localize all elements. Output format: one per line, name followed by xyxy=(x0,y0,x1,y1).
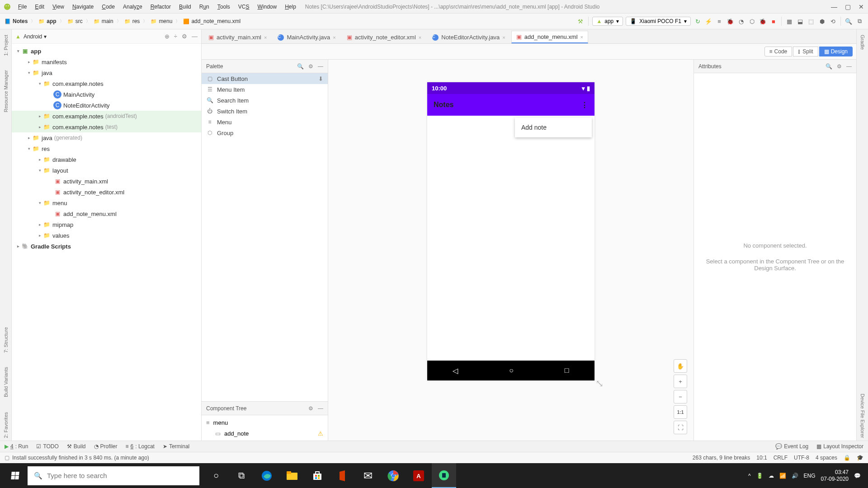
notifications-icon[interactable]: 💬 xyxy=(854,473,861,479)
menu-view[interactable]: View xyxy=(49,2,68,11)
design-canvas[interactable]: 10:00 ▾ ▮ Notes ⋮ Add note xyxy=(328,60,693,441)
edge-icon[interactable] xyxy=(255,463,279,488)
tab-activity-main[interactable]: ▣activity_main.xml× xyxy=(203,31,272,43)
resize-handle-icon[interactable]: ⤡ xyxy=(595,378,604,389)
bottom-todo[interactable]: ☑TODO xyxy=(36,443,58,450)
tools-icon[interactable]: ⧉ xyxy=(855,17,863,25)
battery-icon[interactable]: 🔋 xyxy=(756,473,763,479)
debug-icon[interactable]: 🐞 xyxy=(726,17,734,25)
bottom-profiler[interactable]: ◔Profiler xyxy=(94,443,118,450)
close-icon[interactable]: × xyxy=(264,35,267,40)
warning-icon[interactable]: ⚠ xyxy=(318,430,323,437)
gutter-device-explorer[interactable]: Device File Explorer xyxy=(859,391,866,441)
tree-layout[interactable]: ▾📁layout xyxy=(12,165,201,176)
chrome-icon[interactable] xyxy=(381,463,406,488)
search-icon[interactable]: 🔍 xyxy=(826,63,832,70)
maximize-button[interactable]: ▢ xyxy=(844,4,851,10)
bottom-terminal[interactable]: ➤Terminal xyxy=(163,443,189,450)
tab-main-activity[interactable]: CMainActivity.java× xyxy=(273,31,340,43)
gutter-resource-manager[interactable]: Resource Manager xyxy=(2,67,9,115)
crumb-1[interactable]: app xyxy=(47,18,56,24)
coverage-icon[interactable]: ≡ xyxy=(715,17,723,25)
tree-layout-file-1[interactable]: ▣activity_main.xml xyxy=(12,176,201,187)
hide-icon[interactable]: — xyxy=(318,63,323,70)
pan-button[interactable]: ✋ xyxy=(674,359,687,373)
device-dropdown[interactable]: 📱 Xiaomi POCO F1 ▾ xyxy=(626,17,691,26)
palette-search-item[interactable]: 🔍Search Item xyxy=(202,95,328,106)
volume-icon[interactable]: 🔊 xyxy=(792,473,798,479)
search-everywhere-icon[interactable]: 🔍 xyxy=(844,17,853,25)
palette-menu[interactable]: ≡Menu xyxy=(202,117,328,127)
run-config-dropdown[interactable]: ▲ app ▾ xyxy=(592,17,623,26)
tree-menu-dir[interactable]: ▾📁menu xyxy=(12,197,201,208)
crumb-5[interactable]: menu xyxy=(159,18,172,24)
attach-icon[interactable]: 🐞 xyxy=(759,17,767,25)
tree-pkg-main[interactable]: ▾📁com.example.notes xyxy=(12,78,201,89)
wifi-icon[interactable]: 📶 xyxy=(779,473,786,479)
file-explorer-icon[interactable] xyxy=(280,463,304,488)
tree-manifests[interactable]: ▸📁manifests xyxy=(12,56,201,67)
tree-drawable[interactable]: ▸📁drawable xyxy=(12,154,201,165)
taskbar-search[interactable]: 🔍 Type here to search xyxy=(28,466,199,485)
mail-icon[interactable]: ✉ xyxy=(356,463,380,488)
zoom-in-button[interactable]: + xyxy=(674,375,687,388)
tree-pkg-test[interactable]: ▸📁com.example.notes(test) xyxy=(12,122,201,132)
tree-java-gen[interactable]: ▸📁java(generated) xyxy=(12,132,201,143)
crumb-0[interactable]: Notes xyxy=(13,18,28,24)
palette-group[interactable]: ⬡Group xyxy=(202,127,328,138)
collapse-icon[interactable]: ÷ xyxy=(174,33,177,40)
gutter-build-variants[interactable]: Build Variants xyxy=(2,364,9,400)
office-icon[interactable] xyxy=(330,463,355,488)
bottom-run[interactable]: ▶4: 4: RunRun xyxy=(5,443,28,450)
menu-help[interactable]: Help xyxy=(281,2,300,11)
layout-icon[interactable]: ⬢ xyxy=(818,17,826,25)
palette-cast-button[interactable]: ▢Cast Button⬇ xyxy=(202,73,328,84)
attach-debugger-icon[interactable]: ⬡ xyxy=(748,17,756,25)
code-mode-button[interactable]: ≡Code xyxy=(764,47,793,56)
cloud-icon[interactable]: ☁ xyxy=(769,473,774,479)
download-icon[interactable]: ⬇ xyxy=(318,75,323,82)
bottom-logcat[interactable]: ≡6: Logcat xyxy=(126,443,155,450)
menu-window[interactable]: Window xyxy=(254,2,280,11)
tab-note-editor-xml[interactable]: ▣activity_note_editor.xml× xyxy=(342,31,427,43)
menu-file[interactable]: File xyxy=(14,2,30,11)
sdk-manager-icon[interactable]: ⬓ xyxy=(796,17,804,25)
tree-app-module[interactable]: ▾▣app xyxy=(12,46,201,56)
avd-manager-icon[interactable]: ▦ xyxy=(785,17,793,25)
run-button-icon[interactable]: ↻ xyxy=(693,17,702,25)
gear-icon[interactable]: ⚙ xyxy=(182,33,187,40)
preview-menu-popup[interactable]: Add note xyxy=(515,117,592,137)
gear-icon[interactable]: ⚙ xyxy=(308,405,313,412)
tree-res[interactable]: ▾📁res xyxy=(12,143,201,154)
menu-tools[interactable]: Tools xyxy=(214,2,234,11)
sync-icon[interactable]: ⟲ xyxy=(829,17,837,25)
menu-refactor[interactable]: Refactor xyxy=(147,2,175,11)
gutter-project[interactable]: 1: Project xyxy=(2,32,9,58)
start-button[interactable] xyxy=(3,463,28,488)
hide-icon[interactable]: — xyxy=(846,63,852,70)
minimize-button[interactable]: ― xyxy=(831,4,837,10)
status-encoding[interactable]: UTF-8 xyxy=(794,455,809,461)
build-hammer-icon[interactable]: ⚒ xyxy=(576,17,585,25)
task-view-icon[interactable]: ⧉ xyxy=(229,463,254,488)
gutter-structure[interactable]: 7: Structure xyxy=(2,324,9,356)
menu-navigate[interactable]: Navigate xyxy=(69,2,97,11)
tree-note-editor[interactable]: CNoteEditorActivity xyxy=(12,100,201,111)
bottom-event-log[interactable]: 💬Event Log xyxy=(775,443,808,450)
tree-layout-file-2[interactable]: ▣activity_note_editor.xml xyxy=(12,187,201,197)
acrobat-icon[interactable]: A xyxy=(406,463,431,488)
palette-switch-item[interactable]: ⏻Switch Item xyxy=(202,106,328,117)
profile-icon[interactable]: ◔ xyxy=(737,17,745,25)
apply-changes-icon[interactable]: ⚡ xyxy=(704,17,712,25)
menu-edit[interactable]: Edit xyxy=(31,2,48,11)
close-icon[interactable]: × xyxy=(580,34,583,40)
project-view-dropdown[interactable]: Android ▾ xyxy=(24,33,47,40)
zoom-fit-button[interactable]: ⛶ xyxy=(674,421,687,434)
gutter-favorites[interactable]: 2: Favorites xyxy=(2,409,9,441)
taskbar-clock[interactable]: 03:47 07-09-2020 xyxy=(821,469,849,482)
stop-button-icon[interactable]: ■ xyxy=(769,17,778,25)
tree-gradle-scripts[interactable]: ▸🐘Gradle Scripts xyxy=(12,241,201,252)
cortana-icon[interactable]: ○ xyxy=(204,463,228,488)
zoom-11-button[interactable]: 1:1 xyxy=(674,405,687,419)
store-icon[interactable] xyxy=(305,463,330,488)
